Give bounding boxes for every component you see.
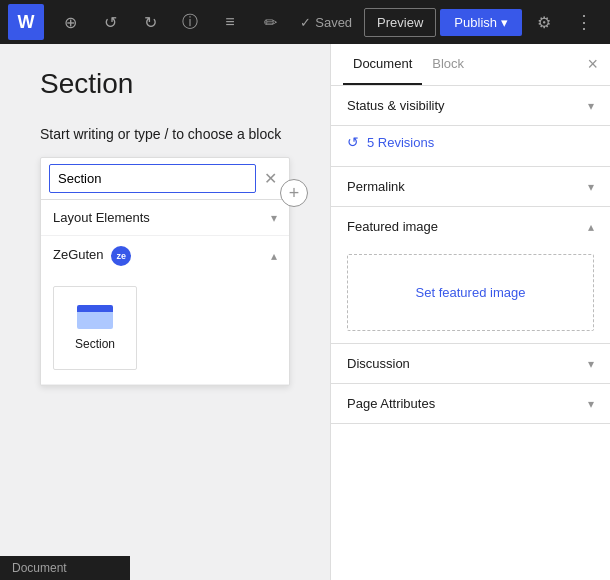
search-clear-button[interactable]: ✕: [260, 169, 281, 188]
section-discussion: Discussion ▾: [331, 344, 610, 384]
layout-elements-label: Layout Elements: [53, 210, 150, 225]
saved-indicator: ✓ Saved: [300, 15, 352, 30]
status-visibility-header[interactable]: Status & visibility ▾: [331, 86, 610, 125]
more-options-button[interactable]: ⋮: [566, 4, 602, 40]
settings-button[interactable]: ⚙: [526, 4, 562, 40]
section-featured-image: Featured image ▴ Set featured image: [331, 207, 610, 344]
page-title: Section: [40, 68, 310, 100]
search-input-row: ✕: [41, 158, 289, 200]
toolbar: W ⊕ ↺ ↻ ⓘ ≡ ✏ ✓ Saved Preview Publish ▾ …: [0, 0, 610, 44]
publish-label: Publish: [454, 15, 497, 30]
revisions-link[interactable]: 5 Revisions: [367, 135, 434, 150]
main-layout: Section Start writing or type / to choos…: [0, 44, 610, 580]
set-featured-image-button[interactable]: Set featured image: [347, 254, 594, 331]
saved-label: Saved: [315, 15, 352, 30]
permalink-header[interactable]: Permalink ▾: [331, 167, 610, 206]
zeguten-label: ZeGuten ze: [53, 246, 131, 266]
section-block-label: Section: [75, 337, 115, 351]
check-icon: ✓: [300, 15, 311, 30]
revisions-content: ↺ 5 Revisions: [331, 126, 610, 166]
layout-elements-category: Layout Elements ▾: [41, 200, 289, 236]
set-featured-image-label: Set featured image: [416, 285, 526, 300]
publish-arrow-icon: ▾: [501, 15, 508, 30]
hint-start: Start writing: [40, 126, 114, 142]
zeguten-chevron-icon: ▴: [271, 249, 277, 263]
discussion-label: Discussion: [347, 356, 410, 371]
permalink-label: Permalink: [347, 179, 405, 194]
layout-elements-header[interactable]: Layout Elements ▾: [41, 200, 289, 235]
publish-button[interactable]: Publish ▾: [440, 9, 522, 36]
search-input[interactable]: [49, 164, 256, 193]
page-attributes-header[interactable]: Page Attributes ▾: [331, 384, 610, 423]
section-block-icon: [77, 305, 113, 329]
section-page-attributes: Page Attributes ▾: [331, 384, 610, 424]
revisions-row: ↺ 5 Revisions: [347, 130, 594, 154]
zeguten-badge: ze: [111, 246, 131, 266]
section-status-visibility: Status & visibility ▾: [331, 86, 610, 126]
featured-image-header[interactable]: Featured image ▴: [331, 207, 610, 246]
right-sidebar: Document Block × Status & visibility ▾ ↺…: [330, 44, 610, 580]
revisions-icon: ↺: [347, 134, 359, 150]
hint-end: or type / to choose a block: [114, 126, 281, 142]
discussion-header[interactable]: Discussion ▾: [331, 344, 610, 383]
section-block-item[interactable]: Section: [53, 286, 137, 370]
layout-elements-chevron-icon: ▾: [271, 211, 277, 225]
list-view-button[interactable]: ≡: [212, 4, 248, 40]
status-visibility-chevron-icon: ▾: [588, 99, 594, 113]
block-search-panel: ✕ Layout Elements ▾ ZeGuten ze ▴ Sect: [40, 157, 290, 386]
sidebar-close-button[interactable]: ×: [587, 54, 598, 75]
status-bar: Document: [0, 556, 130, 580]
section-revisions: ↺ 5 Revisions: [331, 126, 610, 167]
discussion-chevron-icon: ▾: [588, 357, 594, 371]
zeguten-block-items: Section: [41, 276, 289, 384]
page-attributes-label: Page Attributes: [347, 396, 435, 411]
status-visibility-label: Status & visibility: [347, 98, 445, 113]
featured-image-label: Featured image: [347, 219, 438, 234]
undo-button[interactable]: ↺: [92, 4, 128, 40]
preview-button[interactable]: Preview: [364, 8, 436, 37]
sidebar-tabs: Document Block ×: [331, 44, 610, 86]
page-attributes-chevron-icon: ▾: [588, 397, 594, 411]
tab-document[interactable]: Document: [343, 44, 422, 85]
zeguten-header[interactable]: ZeGuten ze ▴: [41, 236, 289, 276]
section-permalink: Permalink ▾: [331, 167, 610, 207]
zeguten-category: ZeGuten ze ▴ Section: [41, 236, 289, 385]
permalink-chevron-icon: ▾: [588, 180, 594, 194]
status-label: Document: [12, 561, 67, 575]
editor-hint[interactable]: Start writing or type / to choose a bloc…: [40, 124, 310, 145]
featured-image-chevron-icon: ▴: [588, 220, 594, 234]
editor-area: Section Start writing or type / to choos…: [0, 44, 330, 580]
edit-button[interactable]: ✏: [252, 4, 288, 40]
add-block-button[interactable]: +: [280, 179, 308, 207]
add-block-toolbar-button[interactable]: ⊕: [52, 4, 88, 40]
info-button[interactable]: ⓘ: [172, 4, 208, 40]
tab-block[interactable]: Block: [422, 44, 474, 85]
redo-button[interactable]: ↻: [132, 4, 168, 40]
wp-logo[interactable]: W: [8, 4, 44, 40]
